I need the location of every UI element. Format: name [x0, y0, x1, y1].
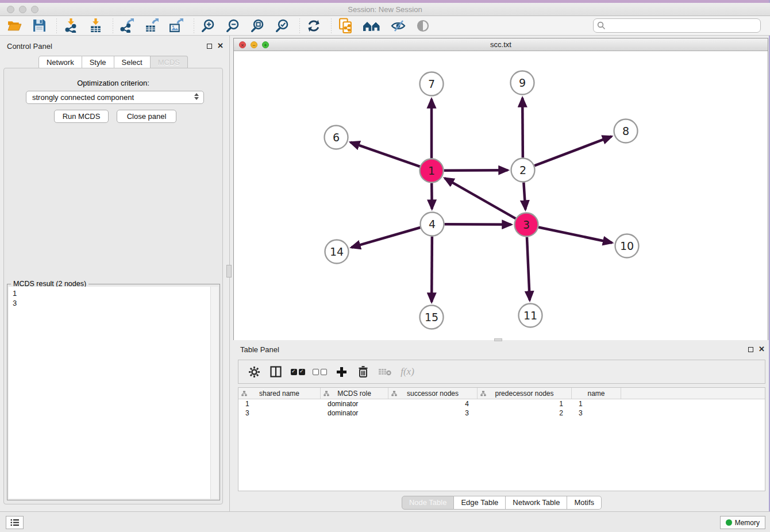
graph-edge-2-9[interactable] — [522, 98, 523, 157]
graph-edge-4-3[interactable] — [444, 224, 511, 225]
close-panel-icon[interactable]: ✕ — [217, 41, 224, 50]
graph-edge-2-3[interactable] — [523, 182, 525, 209]
svg-text:3: 3 — [523, 218, 530, 231]
graph-node-3[interactable]: 3 — [515, 213, 538, 237]
graph-edge-4-15[interactable] — [432, 236, 432, 302]
network-table-divider-handle[interactable] — [494, 338, 502, 341]
float-panel-icon[interactable] — [207, 44, 212, 49]
delete-table-button[interactable] — [376, 363, 394, 380]
table-cell[interactable]: dominator — [321, 399, 388, 408]
show-columns-button[interactable] — [267, 363, 284, 380]
memory-button[interactable]: Memory — [720, 516, 765, 529]
tab-motifs[interactable]: Motifs — [567, 496, 602, 510]
table-cell[interactable]: 3 — [238, 408, 321, 418]
function-builder-button[interactable]: f(x) — [398, 363, 415, 380]
eye-icon — [415, 19, 430, 33]
search-box — [593, 18, 761, 33]
table-close-icon[interactable]: ✕ — [759, 345, 765, 353]
delete-row-button[interactable] — [355, 363, 372, 380]
import-table-button[interactable] — [87, 18, 104, 34]
table-cell[interactable]: 3 — [388, 408, 478, 418]
svg-text:10: 10 — [620, 240, 634, 252]
graph-edge-1-6[interactable] — [351, 142, 420, 167]
graph-node-9[interactable]: 9 — [511, 71, 534, 95]
graph-node-2[interactable]: 2 — [511, 159, 535, 182]
table-row: 1dominator411 — [238, 399, 765, 408]
svg-text:14: 14 — [330, 245, 344, 258]
graph-edge-4-14[interactable] — [351, 228, 420, 248]
column-header-successor-nodes[interactable]: successor nodes — [388, 388, 478, 399]
run-mcds-button[interactable]: Run MCDS — [54, 110, 109, 123]
zoom-selected-button[interactable] — [274, 18, 291, 34]
zoom-fit-icon — [250, 18, 265, 33]
graph-node-14[interactable]: 14 — [325, 240, 349, 264]
open-session-button[interactable] — [6, 18, 23, 34]
first-neighbors-button[interactable] — [361, 18, 382, 34]
graph-node-6[interactable]: 6 — [325, 126, 348, 149]
import-table-icon — [88, 18, 103, 33]
tab-network-table[interactable]: Network Table — [506, 496, 567, 510]
network-window-titlebar[interactable]: × − + scc.txt — [234, 38, 768, 51]
table-cell[interactable]: 1 — [478, 399, 572, 408]
criterion-select[interactable]: strongly connected component — [26, 91, 204, 104]
graph-edge-3-1[interactable] — [445, 178, 515, 218]
mcds-result-group: MCDS result (2 nodes) 13 — [7, 284, 220, 500]
column-header-name[interactable]: name — [572, 388, 621, 399]
export-table-icon — [144, 18, 159, 33]
mcds-result-text[interactable]: 13 — [9, 287, 210, 499]
table-cell[interactable]: 2 — [478, 408, 572, 418]
toolbar-separator — [113, 18, 113, 33]
table-cell[interactable]: dominator — [321, 408, 388, 418]
graph-node-1[interactable]: 1 — [420, 159, 444, 183]
graph-edge-2-8[interactable] — [534, 136, 611, 165]
column-header-shared-name[interactable]: shared name — [238, 388, 321, 399]
network-canvas[interactable]: 1234678910111415 — [234, 51, 768, 340]
show-all-button[interactable] — [414, 18, 432, 34]
export-image-button[interactable] — [168, 18, 185, 34]
zoom-in-button[interactable] — [199, 18, 217, 34]
zoom-fit-button[interactable] — [249, 18, 266, 34]
graph-edge-3-10[interactable] — [538, 227, 612, 242]
export-image-icon — [169, 18, 184, 33]
tab-node-table[interactable]: Node Table — [402, 496, 455, 510]
add-row-button[interactable] — [333, 363, 350, 380]
export-network-button[interactable] — [118, 18, 136, 34]
graph-node-11[interactable]: 11 — [519, 304, 542, 327]
table-cell[interactable]: 3 — [572, 408, 621, 418]
panel-divider-handle[interactable] — [226, 265, 232, 277]
table-cell[interactable]: 1 — [238, 399, 321, 408]
select-all-button[interactable] — [289, 363, 306, 380]
close-panel-button[interactable]: Close panel — [117, 110, 176, 123]
graph-node-8[interactable]: 8 — [614, 119, 638, 143]
table-settings-button[interactable] — [245, 363, 263, 380]
table-tabs: Node TableEdge TableNetwork TableMotifs — [233, 492, 770, 511]
clone-network-button[interactable] — [337, 18, 354, 34]
table-cell[interactable]: 1 — [572, 399, 621, 408]
zoom-out-button[interactable] — [224, 18, 241, 34]
task-history-button[interactable] — [6, 516, 24, 529]
deselect-all-button[interactable] — [311, 363, 328, 380]
graph-node-4[interactable]: 4 — [421, 213, 444, 236]
import-network-button[interactable] — [62, 18, 79, 34]
refresh-layout-button[interactable] — [305, 18, 322, 34]
svg-text:7: 7 — [428, 78, 435, 90]
graph-edge-3-11[interactable] — [527, 237, 530, 300]
graph-edge-1-2[interactable] — [444, 170, 507, 171]
graph-node-10[interactable]: 10 — [615, 234, 639, 258]
mcds-result-scrollbar[interactable] — [210, 287, 218, 499]
search-input[interactable] — [593, 18, 761, 33]
table-cell[interactable]: 4 — [388, 399, 478, 408]
column-header-predecessor-nodes[interactable]: predecessor nodes — [478, 388, 572, 399]
export-table-button[interactable] — [143, 18, 160, 34]
graph-node-15[interactable]: 15 — [420, 306, 444, 329]
export-network-icon — [120, 18, 134, 33]
save-session-button[interactable] — [30, 18, 48, 34]
graph-node-7[interactable]: 7 — [420, 72, 444, 96]
tab-edge-table[interactable]: Edge Table — [454, 496, 506, 510]
node-table: shared nameMCDS rolesuccessor nodesprede… — [238, 387, 765, 491]
hide-selected-button[interactable] — [390, 18, 407, 34]
result-line: 1 — [13, 288, 210, 298]
table-float-icon[interactable] — [748, 347, 753, 352]
column-header-MCDS-role[interactable]: MCDS role — [321, 388, 388, 399]
toolbar-separator — [331, 18, 332, 33]
